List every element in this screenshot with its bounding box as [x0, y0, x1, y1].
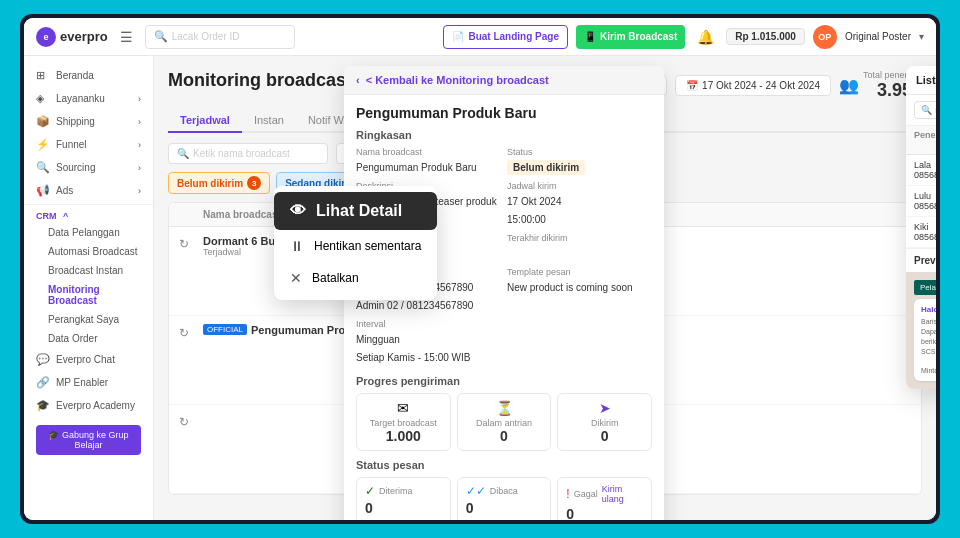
sidebar-item-shipping[interactable]: 📦 Shipping › — [24, 110, 153, 133]
sidebar-item-broadcast-instan[interactable]: Broadcast Instan — [24, 261, 153, 280]
service-icon: ◈ — [36, 92, 50, 105]
mp-icon: 🔗 — [36, 376, 50, 389]
status-pesan-section: Status pesan ✓ Diterima 0 — [356, 459, 652, 520]
status-pesan-label: Status pesan — [356, 459, 652, 471]
chevron-icon: › — [138, 94, 141, 104]
sidebar-item-monitoring-broadcast[interactable]: Monitoring Broadcast — [24, 280, 153, 310]
chevron-icon5: › — [138, 186, 141, 196]
broadcast-search[interactable]: 🔍 Ketik nama broadcast — [168, 143, 328, 164]
search-placeholder: Lacak Order ID — [172, 31, 240, 42]
mail-icon: ✉ — [365, 400, 442, 416]
hentikan-button[interactable]: ⏸ Hentikan sementara — [274, 230, 437, 262]
send-icon: ➤ — [566, 400, 643, 416]
progres-cards: ✉ Target broadcast 1.000 ⏳ Dalam antrian… — [356, 393, 652, 451]
shipping-icon: 📦 — [36, 115, 50, 128]
sidebar-item-beranda[interactable]: ⊞ Beranda — [24, 64, 153, 87]
list-penerima-panel: List penerima (total 1,000) 🔍 Ketik nomo… — [906, 66, 936, 389]
tab-instan[interactable]: Instan — [242, 109, 296, 133]
academy-icon: 🎓 — [36, 399, 50, 412]
detail-back-button[interactable]: ‹ < Kembali ke Monitoring broadcast — [344, 66, 664, 95]
calendar-icon: 📅 — [686, 80, 698, 91]
preview-label: Preview — [906, 248, 936, 272]
crm-chevron-icon: ^ — [63, 211, 68, 221]
people-icon: 👥 — [839, 76, 859, 95]
queue-icon: ⏳ — [466, 400, 543, 416]
detail-title: Pengumuman Produk Baru — [356, 105, 652, 121]
chat-preview: Pelanggan Halo Aida Dini Baris kita suda… — [906, 272, 936, 389]
lp-table-header: Penerima Pengirim Waktu pengiriman — [906, 126, 936, 155]
lihat-detail-button[interactable]: 👁 Lihat Detail — [274, 192, 437, 230]
broadcast-icon: 📱 — [584, 31, 596, 42]
landing-page-button[interactable]: 📄 Buat Landing Page — [443, 25, 568, 49]
lp-search-input[interactable]: 🔍 Ketik nomor penerima — [914, 101, 936, 119]
row-icon2: ↻ — [179, 324, 203, 340]
sidebar-item-data-pelanggan[interactable]: Data Pelanggan — [24, 223, 153, 242]
search-icon: 🔍 — [154, 30, 168, 43]
close-icon: ✕ — [290, 270, 302, 286]
avatar[interactable]: OP — [813, 25, 837, 49]
sidebar-item-everpro-chat[interactable]: 💬 Everpro Chat — [24, 348, 153, 371]
field-jadwal-kirim: Jadwal kirim 17 Okt 202415:00:00 — [507, 181, 652, 227]
ads-icon: 📢 — [36, 184, 50, 197]
pause-icon: ⏸ — [290, 238, 304, 254]
page-title: Monitoring broadcast — [168, 70, 352, 91]
user-label: Original Poster — [845, 31, 911, 42]
broadcast-button[interactable]: 📱 Kirim Broadcast — [576, 25, 685, 49]
tab-terjadwal[interactable]: Terjadwal — [168, 109, 242, 133]
balance-display: Rp 1.015.000 — [726, 28, 805, 45]
double-check-icon: ✓✓ — [466, 484, 486, 498]
date-range-filter[interactable]: 📅 17 Okt 2024 - 24 Okt 2024 — [675, 75, 831, 96]
status-card-diterima: ✓ Diterima 0 — [356, 477, 451, 520]
field-interval: Interval MingguanSetiap Kamis - 15:00 WI… — [356, 319, 501, 365]
check-icon: ✓ — [365, 484, 375, 498]
sidebar-item-data-order[interactable]: Data Order — [24, 329, 153, 348]
chevron-icon4: › — [138, 163, 141, 173]
lp-row2: Lulu0856888899991 Admin 06081234567890 — [906, 186, 936, 217]
logo-icon: e — [36, 27, 56, 47]
progres-section: Progres pengiriman ✉ Target broadcast 1.… — [356, 375, 652, 451]
row-icon3: ↻ — [179, 413, 203, 429]
sidebar: ⊞ Beranda ◈ Layananku › 📦 Shipping › ⚡ F… — [24, 56, 154, 520]
hamburger-icon[interactable]: ☰ — [116, 29, 137, 45]
join-group-button[interactable]: 🎓 Gabung ke Grup Belajar — [36, 425, 141, 455]
badge-belum-dikirim[interactable]: Belum dikirim 3 — [168, 172, 270, 194]
status-pesan-cards: ✓ Diterima 0 ✓✓ Dibaca — [356, 477, 652, 520]
official-badge: OFFICIAL — [203, 324, 247, 335]
progres-card-antrian: ⏳ Dalam antrian 0 — [457, 393, 552, 451]
chevron-icon3: › — [138, 140, 141, 150]
sidebar-item-everpro-academy[interactable]: 🎓 Everpro Academy — [24, 394, 153, 417]
status-card-gagal: ! Gagal Kirim ulang 0 — [557, 477, 652, 520]
search-icon3: 🔍 — [921, 105, 932, 115]
chevron-down-icon[interactable]: ▾ — [919, 31, 924, 42]
search-icon2: 🔍 — [177, 148, 189, 159]
sidebar-item-mp-enabler[interactable]: 🔗 MP Enabler — [24, 371, 153, 394]
chevron-icon2: › — [138, 117, 141, 127]
home-icon: ⊞ — [36, 69, 50, 82]
sidebar-item-sourcing[interactable]: 🔍 Sourcing › — [24, 156, 153, 179]
chat-icon: 💬 — [36, 353, 50, 366]
top-navigation: e everpro ☰ 🔍 Lacak Order ID 📄 Buat Land… — [24, 18, 936, 56]
field-template: Template pesan New product is coming soo… — [507, 267, 652, 313]
field-terakhir-dikirim: Terakhir dikirim — [507, 233, 652, 261]
sidebar-item-automasi-broadcast[interactable]: Automasi Broadcast — [24, 242, 153, 261]
ringkasan-label: Ringkasan — [356, 129, 652, 141]
context-menu: 👁 Lihat Detail ⏸ Hentikan sementara ✕ Ba… — [274, 186, 437, 300]
sidebar-item-funnel[interactable]: ⚡ Funnel › — [24, 133, 153, 156]
kirim-ulang-button[interactable]: Kirim ulang — [602, 484, 643, 504]
lp-row3: Kiki0856888899991 Admin 03081234567890 — [906, 217, 936, 248]
field-nama-broadcast: Nama broadcast Pengumuman Produk Baru — [356, 147, 501, 175]
lp-search-row: 🔍 Ketik nomor penerima Pilih pengirim — [906, 95, 936, 126]
chat-top-bar: Pelanggan — [914, 280, 936, 295]
chat-bubble: Halo Aida Dini Baris kita sudah dapat di… — [914, 299, 936, 381]
sourcing-icon: 🔍 — [36, 161, 50, 174]
status-pill: Belum dikirim — [507, 160, 585, 175]
batalkan-button[interactable]: ✕ Batalkan — [274, 262, 437, 294]
sidebar-item-ads[interactable]: 📢 Ads › — [24, 179, 153, 202]
sidebar-item-perangkat-saya[interactable]: Perangkat Saya — [24, 310, 153, 329]
sidebar-item-layananku[interactable]: ◈ Layananku › — [24, 87, 153, 110]
notification-bell-icon[interactable]: 🔔 — [693, 29, 718, 45]
list-penerima-header: List penerima (total 1,000) — [906, 66, 936, 95]
landing-icon: 📄 — [452, 31, 464, 42]
order-search[interactable]: 🔍 Lacak Order ID — [145, 25, 295, 49]
lp-row1: Lala0856888899990 Admin 01081234567890 — [906, 155, 936, 186]
